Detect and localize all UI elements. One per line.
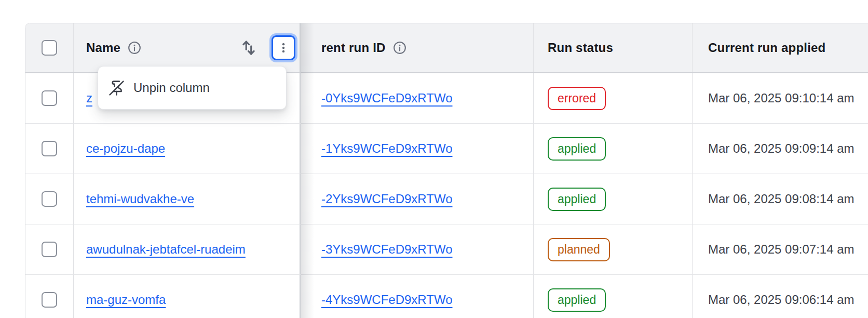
- run-status-badge: applied: [548, 137, 606, 161]
- run-id-link[interactable]: -1Yks9WCFeD9xRTWo: [321, 141, 453, 156]
- row-checkbox[interactable]: [42, 292, 57, 308]
- run-id-column-label: rent run ID: [321, 41, 386, 55]
- column-header-current-run-id: rent run ID: [301, 23, 533, 72]
- info-icon[interactable]: [128, 41, 141, 55]
- current-run-applied-timestamp: Mar 06, 2025 09:06:14 am: [708, 293, 855, 307]
- current-run-applied-column-label: Current run applied: [708, 41, 825, 55]
- run-id-link[interactable]: -2Yks9WCFeD9xRTWo: [321, 192, 453, 206]
- workspace-name-link[interactable]: awudulnak-jebtafcel-ruadeim: [86, 242, 246, 257]
- table-row: ce-pojzu-dape -1Yks9WCFeD9xRTWo applied …: [25, 124, 868, 174]
- workspace-name-link[interactable]: ce-pojzu-dape: [86, 141, 165, 156]
- workspace-name-link[interactable]: z: [86, 91, 92, 105]
- select-all-cell: [25, 23, 73, 72]
- workspace-name-link[interactable]: tehmi-wudvakhe-ve: [86, 192, 194, 206]
- row-checkbox[interactable]: [42, 242, 57, 257]
- current-run-applied-timestamp: Mar 06, 2025 09:08:14 am: [708, 192, 855, 206]
- run-status-badge: applied: [548, 288, 606, 312]
- column-header-run-status: Run status: [533, 23, 692, 72]
- run-id-link[interactable]: -0Yks9WCFeD9xRTWo: [321, 91, 453, 105]
- run-id-link[interactable]: -3Yks9WCFeD9xRTWo: [321, 242, 453, 257]
- table-viewport: Name ren: [0, 0, 868, 318]
- row-checkbox[interactable]: [42, 90, 57, 106]
- run-status-badge: planned: [548, 238, 610, 261]
- pin-off-icon: [108, 80, 125, 96]
- info-icon[interactable]: [393, 41, 406, 55]
- workspace-name-link[interactable]: ma-guz-vomfa: [86, 293, 166, 307]
- table-row: tehmi-wudvakhe-ve -2Yks9WCFeD9xRTWo appl…: [25, 174, 868, 224]
- run-id-link[interactable]: -4Yks9WCFeD9xRTWo: [321, 293, 453, 307]
- column-options-menu: Unpin column: [98, 66, 287, 110]
- column-header-name: Name: [73, 23, 301, 72]
- current-run-applied-timestamp: Mar 06, 2025 09:07:14 am: [708, 242, 855, 257]
- current-run-applied-timestamp: Mar 06, 2025 09:09:14 am: [708, 141, 855, 156]
- run-status-badge: applied: [548, 188, 606, 211]
- table-row: ma-guz-vomfa -4Yks9WCFeD9xRTWo applied M…: [25, 275, 868, 318]
- column-options-button[interactable]: [272, 35, 295, 60]
- current-run-applied-timestamp: Mar 06, 2025 09:10:14 am: [708, 91, 855, 105]
- unpin-column-label: Unpin column: [133, 81, 210, 95]
- table-row: awudulnak-jebtafcel-ruadeim -3Yks9WCFeD9…: [25, 224, 868, 275]
- row-checkbox[interactable]: [42, 191, 57, 207]
- run-status-column-label: Run status: [548, 41, 613, 55]
- select-all-checkbox[interactable]: [42, 40, 57, 56]
- menu-item-unpin-column[interactable]: Unpin column: [108, 67, 286, 109]
- row-checkbox[interactable]: [42, 141, 57, 156]
- sort-arrows-icon[interactable]: [239, 38, 259, 58]
- column-header-current-run-applied: Current run applied: [692, 23, 868, 72]
- kebab-menu-icon: [278, 41, 289, 55]
- name-column-label: Name: [86, 41, 120, 55]
- run-status-badge: errored: [548, 87, 606, 110]
